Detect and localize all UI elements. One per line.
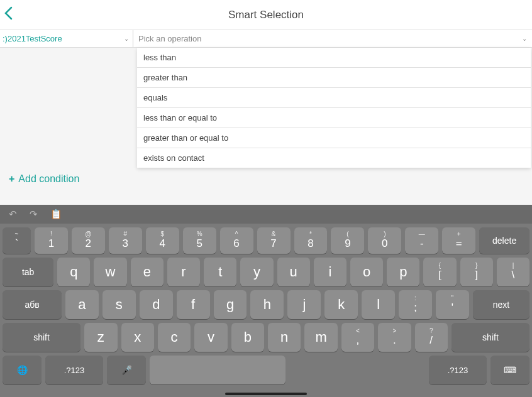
dropdown-item[interactable]: less than or equal to [137,108,531,128]
redo-icon[interactable]: ↷ [30,209,38,220]
plus-icon: + [9,173,14,185]
key[interactable]: i [314,258,346,286]
key[interactable]: a [65,290,99,319]
key[interactable]: tab [3,258,53,286]
dropdown-item[interactable]: greater than or equal to [137,128,531,148]
keyboard-toolbar: ↶ ↷ 📋 [0,205,532,224]
key[interactable]: !1 [35,227,68,254]
key[interactable]: |\ [497,258,529,286]
condition-row: ⌄ Pick an operation ⌄ [0,30,532,48]
key[interactable] [150,356,285,384]
key[interactable]: $4 [146,227,179,254]
key[interactable]: ~` [3,227,31,254]
dropdown-item[interactable]: greater than [137,68,531,88]
clipboard-icon[interactable]: 📋 [50,209,62,220]
header: Smart Selection [0,0,532,30]
key[interactable]: :; [399,290,432,319]
add-condition-button[interactable]: + Add condition [0,167,532,191]
key[interactable]: #3 [109,227,142,254]
key[interactable]: 🎤 [107,356,146,384]
back-button[interactable] [4,6,13,24]
key[interactable]: t [204,258,236,286]
key[interactable]: ^6 [220,227,253,254]
dropdown-item[interactable]: equals [137,88,531,108]
key[interactable]: p [387,258,419,286]
key[interactable]: @2 [72,227,105,254]
key[interactable]: }] [460,258,493,286]
key[interactable]: u [277,258,310,286]
key[interactable]: {[ [423,258,456,286]
key[interactable]: )0 [368,227,401,254]
key[interactable]: ?/ [415,323,448,352]
key[interactable]: .?123 [429,356,487,384]
operation-select[interactable]: Pick an operation ⌄ [133,30,532,47]
key[interactable]: h [250,290,284,319]
key[interactable]: —- [405,227,438,254]
key[interactable]: b [231,323,264,352]
key[interactable]: q [57,258,90,286]
key[interactable]: z [84,323,117,352]
key[interactable]: 🌐 [3,356,42,384]
key[interactable]: ⌨ [490,356,529,384]
key[interactable]: w [94,258,126,286]
key[interactable]: f [177,290,210,319]
field-input[interactable] [3,34,129,43]
chevron-down-icon: ⌄ [124,35,129,42]
key[interactable]: y [240,258,273,286]
operation-dropdown: less than greater than equals less than … [137,48,531,168]
key[interactable]: %5 [183,227,216,254]
key[interactable]: k [324,290,358,319]
key[interactable]: j [287,290,321,319]
key[interactable]: next [473,290,529,319]
key[interactable]: >. [378,323,411,352]
dropdown-item[interactable]: less than [137,48,531,68]
key[interactable]: delete [479,227,529,254]
key[interactable]: s [103,290,136,319]
key[interactable]: &7 [257,227,291,254]
key[interactable]: shift [3,323,80,352]
field-select[interactable]: ⌄ [0,30,133,47]
key[interactable]: *8 [294,227,328,254]
home-indicator [225,393,307,395]
key[interactable]: n [268,323,301,352]
key[interactable]: r [167,258,200,286]
key[interactable]: m [304,323,337,352]
dropdown-item[interactable]: exists on contact [137,148,531,168]
key[interactable]: d [140,290,173,319]
key[interactable]: c [158,323,191,352]
key[interactable]: e [131,258,163,286]
key[interactable]: g [214,290,247,319]
key[interactable]: .?123 [45,356,103,384]
operation-placeholder: Pick an operation [138,34,201,43]
keyboard: ↶ ↷ 📋 ~`!1@2#3$4%5^6&7*8(9)0—-+=delete t… [0,205,532,397]
key[interactable]: v [194,323,227,352]
chevron-down-icon: ⌄ [522,35,527,42]
key[interactable]: l [362,290,395,319]
add-condition-label: Add condition [18,173,79,185]
key[interactable]: абв [3,290,62,319]
key[interactable]: (9 [331,227,364,254]
key[interactable]: shift [452,323,529,352]
key[interactable]: += [442,227,475,254]
chevron-left-icon [4,6,13,20]
page-title: Smart Selection [228,9,304,21]
key[interactable]: <, [341,323,374,352]
key[interactable]: x [121,323,154,352]
key[interactable]: "' [436,290,469,319]
key[interactable]: o [350,258,383,286]
undo-icon[interactable]: ↶ [9,209,17,220]
